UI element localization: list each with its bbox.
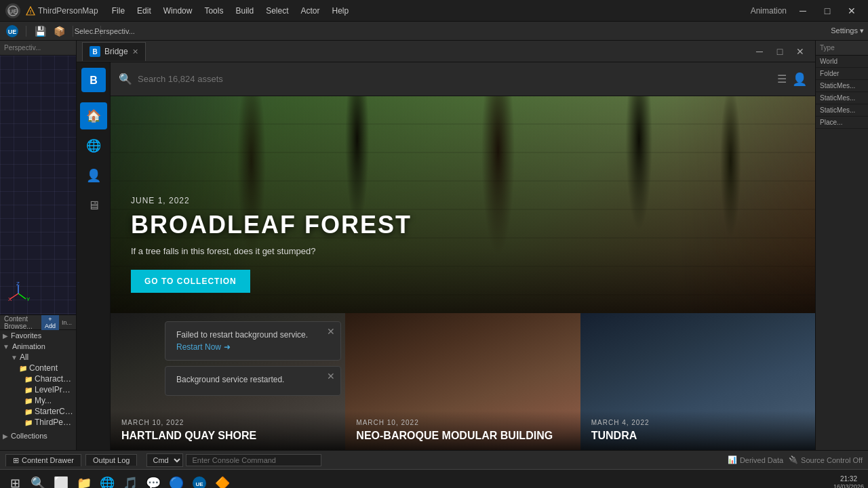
toolbar-bottom-right: 📊 Derived Data 🔌 Source Control Off (728, 455, 863, 464)
menu-help[interactable]: Help (327, 3, 355, 18)
menu-select[interactable]: Select (260, 3, 294, 18)
card-0-overlay: MARCH 10, 2022 HARTLAND QUAY SHORE (111, 411, 345, 450)
console-input[interactable] (186, 454, 321, 466)
toast-0-action[interactable]: Restart Now ➜ (176, 342, 330, 352)
app-icon: UE (5, 3, 20, 18)
toolbar-right: Settings ▾ (831, 26, 864, 35)
toast-0-close[interactable]: ✕ (327, 326, 335, 337)
collections-section-header[interactable]: ▶ Collections (0, 430, 76, 441)
search-input[interactable] (138, 74, 772, 84)
taskbar-explorer[interactable]: 📁 (73, 472, 95, 489)
taskbar-spotify[interactable]: 🎵 (119, 472, 141, 489)
card-2-title: TUNDRA (591, 429, 804, 442)
bridge-card-1[interactable]: MARCH 10, 2022 NEO-BAROQUE MODULAR BUILD… (345, 313, 580, 450)
content-drawer-tab[interactable]: ⊞ Content Drawer (5, 454, 81, 466)
taskbar-discord[interactable]: 💬 (142, 472, 164, 489)
svg-text:UE: UE (9, 8, 18, 15)
taskbar-ue[interactable]: UE (189, 472, 210, 489)
hero-overlay: JUNE 1, 2022 BROADLEAF FOREST If a tree … (111, 182, 815, 313)
output-log-tab[interactable]: Output Log (85, 454, 137, 466)
menu-build[interactable]: Build (230, 3, 259, 18)
source-control-status[interactable]: 🔌 Source Control Off (789, 455, 863, 464)
rs-item-world: World (816, 56, 868, 68)
output-log-label: Output Log (93, 456, 130, 464)
menu-bar: File Edit Window Tools Build Select Acto… (106, 3, 751, 18)
restart-arrow-icon: ➜ (224, 342, 231, 352)
bridge-maximize[interactable]: □ (770, 45, 789, 58)
tree-characters[interactable]: 📁 Characters (16, 373, 76, 384)
derived-data-status[interactable]: 📊 Derived Data (728, 455, 783, 464)
svg-text:Y: Y (26, 296, 31, 302)
card-1-title: NEO-BAROQUE MODULAR BUILDING (356, 429, 569, 442)
svg-text:B: B (92, 48, 97, 56)
card-1-overlay: MARCH 10, 2022 NEO-BAROQUE MODULAR BUILD… (345, 411, 580, 450)
toolbar-separator-1 (26, 26, 26, 37)
close-button[interactable]: ✕ (841, 4, 863, 18)
bridge-hero: JUNE 1, 2022 BROADLEAF FOREST If a tree … (111, 96, 815, 313)
svg-text:Z: Z (16, 282, 20, 287)
taskbar-chrome[interactable]: 🔵 (165, 472, 187, 489)
tree-content[interactable]: 📁 Content (16, 363, 76, 373)
content-browser-label: Content Browse... (4, 315, 39, 330)
viewport-label: Perspectiv... (4, 44, 41, 52)
toolbar-select[interactable]: Selec... (79, 23, 95, 39)
menu-edit[interactable]: Edit (132, 3, 157, 18)
settings-label[interactable]: Settings ▾ (831, 26, 864, 35)
start-button[interactable]: ⊞ (4, 472, 26, 489)
taskbar-extra[interactable]: 🔶 (212, 472, 233, 489)
toast-1-close[interactable]: ✕ (327, 371, 335, 382)
search-button[interactable]: 🔍 (27, 472, 49, 489)
card-1-date: MARCH 10, 2022 (356, 419, 569, 426)
filter-icon[interactable]: ☰ (777, 73, 787, 85)
right-sidebar-header: Type (816, 41, 868, 56)
hero-subtitle: If a tree falls in this forest, does it … (131, 246, 795, 256)
tree-thirdperso[interactable]: 📁 ThirdPerso... (16, 417, 76, 428)
toolbar-content[interactable]: 📦 (51, 23, 67, 39)
bridge-tab-close[interactable]: ✕ (132, 47, 138, 56)
toolbar-perspective[interactable]: Perspectiv... (106, 23, 123, 39)
menu-tools[interactable]: Tools (199, 3, 229, 18)
toolbar-save[interactable]: 💾 (32, 23, 48, 39)
taskbar-edge[interactable]: 🌐 (96, 472, 118, 489)
rs-item-place: Place... (816, 117, 868, 129)
taskview-button[interactable]: ⬜ (50, 472, 72, 489)
rs-item-static-0: StaticMes... (816, 80, 868, 92)
user-icon[interactable]: 👤 (792, 72, 807, 87)
tree-startercon[interactable]: 📁 StarterCon... (16, 406, 76, 417)
derived-data-label: Derived Data (740, 456, 783, 464)
bridge-close[interactable]: ✕ (791, 45, 810, 58)
bridge-tab[interactable]: B Bridge ✕ (82, 42, 146, 61)
rs-item-folder: Folder (816, 68, 868, 80)
bridge-nav-user[interactable]: 👤 (80, 162, 107, 189)
cmd-select[interactable]: Cmd (146, 453, 183, 467)
bridge-minimize[interactable]: ─ (750, 45, 769, 58)
menu-actor[interactable]: Actor (296, 3, 326, 18)
ue-logo[interactable]: UE (4, 23, 20, 39)
menu-window[interactable]: Window (158, 3, 198, 18)
toast-1: ✕ Background service restarted. (165, 366, 341, 396)
tree-folders: 📁 Content 📁 Characters 📁 LevelProto... 📁… (8, 363, 76, 428)
window-controls: ─ □ ✕ (792, 4, 863, 18)
minimize-button[interactable]: ─ (792, 4, 814, 18)
taskbar: ⊞ 🔍 ⬜ 📁 🌐 🎵 💬 🔵 UE 🔶 21:32 16/03/2026 (0, 469, 868, 488)
add-button[interactable]: + Add (41, 315, 59, 330)
bridge-nav-monitor[interactable]: 🖥 (80, 192, 107, 219)
favorites-section-header[interactable]: ▶ Favorites (0, 330, 76, 341)
animation-section-header[interactable]: ▼ Animation (0, 341, 76, 352)
tree-levelproto[interactable]: 📁 LevelProto... (16, 384, 76, 395)
maximize-button[interactable]: □ (816, 4, 838, 18)
tree-all[interactable]: ▼ All (8, 352, 76, 363)
bridge-logo: B (81, 68, 106, 94)
go-to-collection-button[interactable]: GO TO COLLECTION (131, 270, 250, 293)
collections-label: Collections (11, 432, 47, 440)
menu-file[interactable]: File (106, 3, 130, 18)
svg-text:B: B (90, 75, 98, 86)
bridge-card-2[interactable]: MARCH 4, 2022 TUNDRA (580, 313, 815, 450)
bridge-nav-globe[interactable]: 🌐 (80, 132, 107, 159)
card-0-date: MARCH 10, 2022 (121, 419, 334, 426)
bridge-nav-home[interactable]: 🏠 (80, 102, 107, 129)
svg-text:!: ! (30, 9, 32, 15)
tree-my[interactable]: 📁 My... (16, 395, 76, 406)
bridge-panel: B Bridge ✕ ─ □ ✕ B (77, 41, 815, 450)
left-panel: Perspectiv... Y X Z Content Browse... + … (0, 41, 77, 450)
